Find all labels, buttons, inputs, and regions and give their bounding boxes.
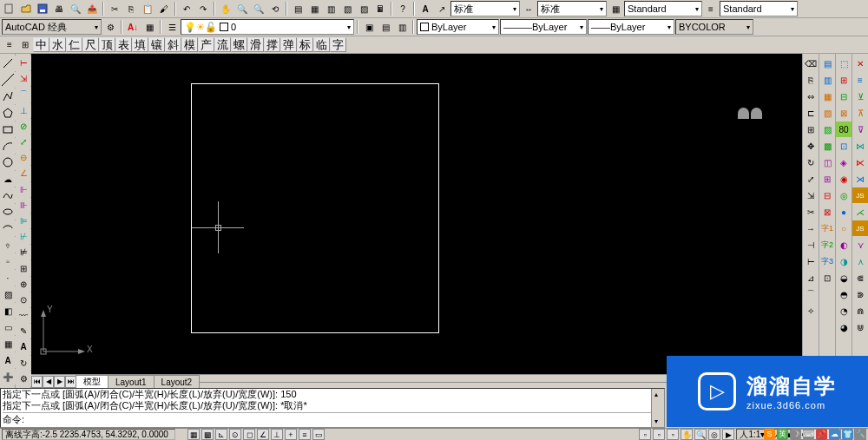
style4-dropdown[interactable]: Standard	[720, 1, 798, 16]
tbl-icon[interactable]: ▦	[608, 1, 623, 16]
cn-btn-2[interactable]: 仁	[66, 37, 82, 52]
cn-btn-7[interactable]: 镶	[148, 37, 165, 52]
snap-toggle[interactable]: ▦	[187, 429, 200, 440]
tray-cloud-icon[interactable]: ☁	[829, 429, 840, 440]
laytool3-icon[interactable]: ▥	[394, 19, 410, 35]
text-icon[interactable]: A	[418, 1, 433, 16]
e3-13-icon[interactable]: ⋏	[852, 253, 868, 269]
region-icon[interactable]: ▭	[0, 319, 16, 335]
e3-16-icon[interactable]: ⋒	[852, 303, 868, 319]
et5-icon[interactable]: ▨	[819, 121, 835, 137]
addtool-icon[interactable]: ➕	[0, 369, 16, 384]
style3-dropdown[interactable]: Standard	[624, 1, 702, 16]
gear-icon[interactable]: ⚙	[102, 19, 118, 35]
laytool2-icon[interactable]: ▤	[378, 19, 393, 35]
et7-icon[interactable]: ◫	[819, 154, 835, 170]
tab-first-icon[interactable]: ⏮	[31, 376, 43, 388]
e3-10-icon[interactable]: ⋌	[852, 204, 868, 220]
e2-3-icon[interactable]: ⊟	[836, 89, 852, 104]
mtext-icon[interactable]: A	[0, 352, 16, 368]
offset-icon[interactable]: ⊏	[803, 105, 819, 121]
circle-icon[interactable]	[0, 154, 16, 170]
et3-icon[interactable]: ▦	[819, 89, 835, 104]
e2-14-icon[interactable]: ◒	[836, 270, 852, 286]
tab-model[interactable]: 模型	[76, 375, 108, 388]
et14-icon[interactable]: ⊡	[819, 270, 835, 286]
e2-10-icon[interactable]: ●	[836, 204, 852, 220]
scale-icon[interactable]: ⤢	[803, 171, 819, 187]
cn-btn-3[interactable]: 尺	[82, 37, 99, 52]
help-icon[interactable]: ?	[395, 1, 411, 16]
extend-icon[interactable]: →	[803, 220, 819, 236]
tray-wrench-icon[interactable]: 🔧	[855, 429, 866, 440]
insert-icon[interactable]: ⎀	[0, 237, 16, 253]
dim-arc-icon[interactable]: ⌒	[16, 87, 31, 102]
erase-icon[interactable]: ⌫	[803, 56, 819, 71]
rectangle-icon[interactable]	[0, 121, 16, 137]
fillet-icon[interactable]: ⌒	[803, 286, 819, 302]
cn-btn-13[interactable]: 滑	[247, 37, 264, 52]
dimtedit-icon[interactable]: A	[16, 339, 31, 354]
e3-7-icon[interactable]: ⋉	[852, 154, 868, 170]
dim-jog-icon[interactable]: ⤢	[16, 135, 31, 149]
e3-12-icon[interactable]: ⋎	[852, 237, 868, 253]
zoom-prev-icon[interactable]: ⟲	[267, 1, 283, 16]
dim-dia-icon[interactable]: ⊖	[16, 150, 31, 165]
polygon-icon[interactable]	[0, 105, 16, 121]
markup-icon[interactable]: ▨	[356, 1, 372, 16]
undo-icon[interactable]: ↶	[179, 1, 194, 16]
e2-8-icon[interactable]: ◉	[836, 171, 852, 187]
e3-11-icon[interactable]: JS	[852, 220, 868, 236]
e2-1-icon[interactable]: ⬚	[836, 56, 852, 71]
et6-icon[interactable]: ▩	[819, 138, 835, 154]
et8-icon[interactable]: ⊞	[819, 171, 835, 187]
qv-layouts-icon[interactable]: ▫	[653, 429, 665, 440]
plotstyle-dropdown[interactable]: BYCOLOR	[675, 19, 753, 35]
steering-icon[interactable]: ◎	[708, 429, 720, 440]
e3-3-icon[interactable]: ⊻	[852, 89, 868, 104]
tool1-icon[interactable]: A↓	[125, 19, 141, 35]
z3-icon[interactable]: 字3	[819, 253, 835, 269]
cn-btn-16[interactable]: 标	[297, 37, 313, 52]
gradient-icon[interactable]: ◧	[0, 303, 16, 319]
et10-icon[interactable]: ⊠	[819, 204, 835, 220]
trim-icon[interactable]: ✂	[803, 204, 819, 220]
calc-icon[interactable]: 🖩	[372, 1, 388, 16]
showmotion-icon[interactable]: ▶	[722, 429, 734, 440]
e2-2-icon[interactable]: ⊞	[836, 72, 852, 88]
block-icon[interactable]: ▫	[0, 253, 16, 269]
command-window[interactable]: 指定下一点或 [圆弧(A)/闭合(C)/半宽(H)/长度(L)/放弃(U)/宽度…	[0, 388, 665, 428]
explode-icon[interactable]: ✧	[803, 303, 819, 319]
center-icon[interactable]: ⊕	[16, 277, 31, 292]
spline-icon[interactable]	[0, 187, 16, 203]
properties-icon[interactable]: ▤	[290, 1, 306, 16]
mirror-icon[interactable]: ⇔	[803, 89, 819, 104]
paste-icon[interactable]: 📋	[140, 1, 155, 16]
tab-layout1[interactable]: Layout1	[108, 375, 155, 388]
tolerance-icon[interactable]: ⊞	[16, 260, 31, 275]
layer-mgr-icon[interactable]: ☰	[164, 19, 180, 35]
e3-14-icon[interactable]: ⋐	[852, 270, 868, 286]
dimedit-icon[interactable]: ✎	[16, 324, 31, 338]
cn-btn-10[interactable]: 产	[198, 37, 214, 52]
tray-key-icon[interactable]: ⌨	[803, 429, 814, 440]
cn-btn-5[interactable]: 表	[115, 37, 132, 52]
tray-shirt-icon[interactable]: 👕	[842, 429, 853, 440]
grid-toggle[interactable]: ▩	[201, 429, 214, 440]
cn-btn-15[interactable]: 弹	[280, 37, 297, 52]
color-dropdown[interactable]: ByLayer	[417, 19, 499, 35]
cn-btn-1[interactable]: 水	[49, 37, 66, 52]
workspace-dropdown[interactable]: AutoCAD 经典	[2, 19, 102, 35]
pan-icon[interactable]: ✋	[218, 1, 233, 16]
lwt-toggle[interactable]: ≡	[299, 429, 311, 440]
publish-icon[interactable]: 📤	[84, 1, 100, 16]
sb-zoom-icon[interactable]: 🔍	[694, 429, 707, 440]
dim-ang-icon[interactable]: ∠	[16, 166, 31, 181]
hatch-icon[interactable]: ▨	[0, 286, 16, 302]
style2-dropdown[interactable]: 标准	[537, 1, 607, 16]
e2-11-icon[interactable]: ○	[836, 220, 852, 236]
arc-icon[interactable]	[0, 138, 16, 154]
preview-icon[interactable]: 🔍	[68, 1, 83, 16]
e3-6-icon[interactable]: ⋈	[852, 138, 868, 154]
ml-icon[interactable]: ≡	[703, 1, 719, 16]
